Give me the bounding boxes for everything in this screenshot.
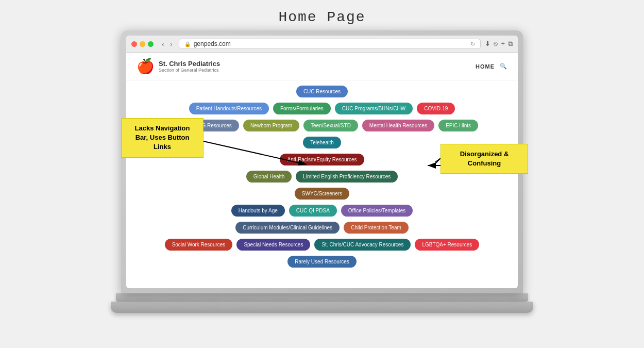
download-icon[interactable]: ⬇ xyxy=(485,40,490,48)
btn-telehealth[interactable]: Telehealth xyxy=(303,137,341,148)
button-row-6: Global Health Limited English Proficienc… xyxy=(246,171,398,183)
tabs-icon[interactable]: ⧉ xyxy=(508,40,513,48)
btn-newborn[interactable]: Newborn Program xyxy=(243,120,299,131)
btn-office-policies[interactable]: Office Policies/Templates xyxy=(341,205,413,217)
traffic-light-red[interactable] xyxy=(131,41,137,47)
btn-rarely-used[interactable]: Rarely Used Resources xyxy=(287,256,357,268)
btn-anti-racism[interactable]: Anti-Racism/Equity Resources xyxy=(280,154,364,165)
button-row-8: Handouts by Age CUC QI PDSA Office Polic… xyxy=(231,205,413,217)
button-row-2: Patient Handouts/Resources Forms/Formula… xyxy=(189,103,455,114)
site-logo: 🍎 St. Chris Pediatrics Section of Genera… xyxy=(137,58,220,75)
button-row-4: Telehealth xyxy=(303,137,341,148)
traffic-light-yellow[interactable] xyxy=(140,41,145,47)
btn-handouts-age[interactable]: Handouts by Age xyxy=(231,205,285,217)
button-row-7: SWYC/Screeners xyxy=(295,188,349,200)
button-row-3: MLP/SW/TRG Resources Newborn Program Tee… xyxy=(166,120,478,131)
btn-cuc-programs[interactable]: CUC Programs/BHNs/CHW xyxy=(335,103,413,114)
url-text: genpeds.com xyxy=(194,40,231,47)
btn-special-needs[interactable]: Special Needs Resources xyxy=(236,239,310,251)
btn-covid[interactable]: COVID-19 xyxy=(417,103,455,114)
browser-controls: ‹ › xyxy=(160,39,175,49)
refresh-icon[interactable]: ↻ xyxy=(470,41,475,47)
address-bar[interactable]: 🔒 genpeds.com ↻ xyxy=(179,39,481,49)
btn-cuc-resources[interactable]: CUC Resources xyxy=(296,86,348,97)
button-row-11: Rarely Used Resources xyxy=(287,256,357,268)
btn-epic[interactable]: EPIC Hints xyxy=(438,120,478,131)
btn-teen[interactable]: Teen/Sexual/STD xyxy=(303,120,358,131)
logo-text-block: St. Chris Pediatrics Section of General … xyxy=(159,60,220,73)
btn-global-health[interactable]: Global Health xyxy=(246,171,292,183)
btn-lgbtqa[interactable]: LGBTQA+ Resources xyxy=(415,239,479,251)
btn-advocacy[interactable]: St. Chris/CUC Advocacy Resources xyxy=(314,239,411,251)
btn-mental-health[interactable]: Mental Health Resources xyxy=(362,120,434,131)
logo-main-text: St. Chris Pediatrics xyxy=(159,60,220,68)
laptop-container: Lacks Navigation Bar, Uses Button Links … xyxy=(111,30,533,324)
traffic-light-green[interactable] xyxy=(148,41,154,47)
new-tab-icon[interactable]: + xyxy=(501,40,505,48)
button-row-10: Social Work Resources Special Needs Reso… xyxy=(165,239,480,251)
buttons-area: CUC Resources Patient Handouts/Resources… xyxy=(126,80,518,278)
traffic-lights xyxy=(131,41,154,47)
btn-patient-handouts[interactable]: Patient Handouts/Resources xyxy=(189,103,269,114)
nav-search-icon[interactable]: 🔍 xyxy=(500,63,507,70)
page-title: Home Page xyxy=(278,9,365,25)
annotation-right: Disorganized & Confusing xyxy=(440,144,528,174)
btn-child-protection[interactable]: Child Protection Team xyxy=(344,222,409,234)
btn-curriculum[interactable]: Curriculum Modules/Clinical Guidelines xyxy=(235,222,340,234)
annotation-left: Lacks Navigation Bar, Uses Button Links xyxy=(121,118,204,158)
btn-swyc[interactable]: SWYC/Screeners xyxy=(295,188,349,200)
logo-sub-text: Section of General Pediatrics xyxy=(159,68,220,73)
button-row-1: CUC Resources xyxy=(296,86,348,97)
laptop-hinge xyxy=(116,293,528,302)
back-button[interactable]: ‹ xyxy=(160,39,166,49)
nav-home[interactable]: HOME xyxy=(476,63,495,70)
forward-button[interactable]: › xyxy=(168,39,174,49)
btn-limited-english[interactable]: Limited English Proficiency Resources xyxy=(296,171,398,183)
btn-cuc-qi[interactable]: CUC QI PDSA xyxy=(289,205,337,217)
site-nav: HOME 🔍 xyxy=(476,63,507,70)
laptop-base xyxy=(111,302,533,313)
button-row-5: Anti-Racism/Equity Resources xyxy=(280,154,364,165)
logo-icon: 🍎 xyxy=(137,58,155,75)
btn-forms-formularies[interactable]: Forms/Formularies xyxy=(273,103,331,114)
site-header: 🍎 St. Chris Pediatrics Section of Genera… xyxy=(126,53,518,80)
btn-social-work[interactable]: Social Work Resources xyxy=(165,239,233,251)
share-icon[interactable]: ⎋ xyxy=(494,40,498,48)
lock-icon: 🔒 xyxy=(184,41,191,47)
browser-actions: ⬇ ⎋ + ⧉ xyxy=(485,40,513,48)
browser-chrome: ‹ › 🔒 genpeds.com ↻ ⬇ ⎋ + ⧉ xyxy=(126,36,518,53)
button-row-9: Curriculum Modules/Clinical Guidelines C… xyxy=(235,222,409,234)
